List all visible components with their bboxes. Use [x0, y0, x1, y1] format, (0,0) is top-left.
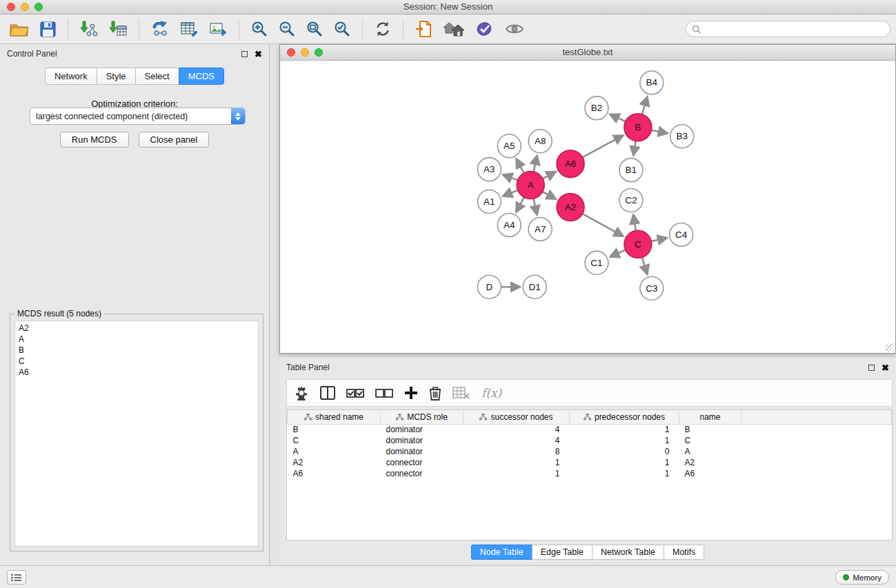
table-row[interactable]: A6connector11A6	[288, 468, 892, 479]
column-header-name[interactable]: name	[679, 410, 741, 424]
table-cell[interactable]: A	[288, 446, 381, 457]
close-panel-icon[interactable]: ✖	[255, 50, 262, 59]
table-cell[interactable]: 8	[464, 446, 570, 457]
hide-show-button[interactable]	[440, 19, 468, 39]
table-cell[interactable]	[741, 446, 892, 457]
tab-mcds[interactable]: MCDS	[179, 68, 224, 85]
table-row[interactable]: Cdominator41C	[288, 435, 892, 446]
edge-B-B1[interactable]	[633, 141, 635, 155]
toolbar-search[interactable]	[686, 21, 890, 37]
edge-C-C2[interactable]	[633, 215, 635, 230]
table-cell[interactable]	[741, 457, 892, 468]
node-C2[interactable]: C2	[619, 189, 643, 212]
node-B2[interactable]: B2	[585, 97, 608, 120]
close-panel-button[interactable]: Close panel	[139, 132, 210, 148]
edge-A-A1[interactable]	[504, 190, 518, 196]
tab-network[interactable]: Network	[45, 68, 97, 85]
refresh-button[interactable]	[372, 19, 394, 39]
node-D[interactable]: D	[477, 275, 501, 298]
save-session-button[interactable]	[37, 20, 59, 39]
table-cell[interactable]: 1	[570, 435, 679, 446]
node-A[interactable]: A	[517, 172, 544, 199]
node-D1[interactable]: D1	[523, 275, 546, 298]
zoom-fit-button[interactable]	[303, 19, 326, 39]
node-B[interactable]: B	[624, 114, 652, 141]
table-cell[interactable]	[741, 468, 892, 479]
add-column-button[interactable]	[404, 386, 418, 400]
table-cell[interactable]: 0	[570, 446, 679, 457]
select-all-rows-button[interactable]	[346, 387, 364, 399]
table-settings-button[interactable]	[294, 385, 309, 401]
node-C[interactable]: C	[624, 230, 652, 258]
edge-A-A3[interactable]	[504, 175, 518, 181]
edge-A-A2[interactable]	[543, 192, 556, 199]
validate-button[interactable]	[473, 19, 497, 39]
node-A7[interactable]: A7	[528, 217, 552, 241]
table-cell[interactable]: 1	[464, 468, 570, 479]
node-B4[interactable]: B4	[640, 71, 664, 94]
network-window-titlebar[interactable]: testGlobe.txt	[280, 45, 895, 61]
first-neighbors-button[interactable]	[412, 19, 435, 39]
edge-C-C3[interactable]	[642, 257, 647, 274]
node-A2[interactable]: A2	[557, 194, 584, 221]
run-mcds-button[interactable]: Run MCDS	[60, 132, 129, 148]
table-cell[interactable]: B	[679, 424, 741, 435]
import-network-file-button[interactable]	[77, 19, 101, 39]
table-cell[interactable]: A	[679, 446, 741, 457]
table-row[interactable]: A2connector11A2	[288, 457, 892, 468]
mcds-result-item[interactable]: B	[15, 345, 258, 356]
tab-edge-table[interactable]: Edge Table	[532, 545, 592, 560]
zoom-selected-button[interactable]	[331, 19, 353, 39]
node-B3[interactable]: B3	[670, 125, 694, 148]
column-header-successor-nodes[interactable]: successor nodes	[464, 410, 570, 424]
node-A5[interactable]: A5	[497, 134, 521, 158]
node-A1[interactable]: A1	[477, 190, 501, 214]
edge-B-B3[interactable]	[651, 130, 667, 134]
node-C1[interactable]: C1	[585, 251, 608, 274]
table-cell[interactable]: C	[679, 435, 741, 446]
deselect-all-rows-button[interactable]	[375, 387, 393, 399]
criterion-dropdown[interactable]: largest connected component (directed)	[30, 108, 246, 125]
tab-motifs[interactable]: Motifs	[664, 545, 704, 560]
table-cell[interactable]: connector	[381, 457, 464, 468]
new-network-button[interactable]	[148, 19, 172, 39]
table-cell[interactable]: A6	[679, 468, 741, 479]
column-header-mcds-role[interactable]: MCDS role	[381, 410, 464, 424]
column-header-predecessor-nodes[interactable]: predecessor nodes	[570, 410, 679, 424]
delete-table-button[interactable]	[452, 386, 470, 400]
node-A3[interactable]: A3	[477, 158, 501, 181]
edge-A-A6[interactable]	[543, 172, 555, 179]
task-history-button[interactable]	[7, 570, 26, 585]
node-A4[interactable]: A4	[497, 213, 521, 236]
network-canvas[interactable]: AA6A2BCA5A8A3A1A4A7B2B4B3B1C2C4C1C3DD1	[280, 61, 895, 353]
edge-A-A7[interactable]	[533, 199, 537, 214]
new-table-button[interactable]	[177, 19, 201, 39]
function-builder-button[interactable]: f(x)	[481, 386, 501, 400]
import-table-file-button[interactable]	[106, 19, 130, 39]
table-cell[interactable]: C	[288, 435, 381, 446]
node-C3[interactable]: C3	[640, 276, 664, 300]
mcds-result-list[interactable]: A2ABCA6	[14, 321, 259, 547]
open-session-button[interactable]	[7, 20, 32, 39]
tab-style[interactable]: Style	[97, 68, 135, 85]
table-cell[interactable]: A2	[679, 457, 741, 468]
delete-column-button[interactable]	[429, 386, 441, 401]
edge-B-B4[interactable]	[642, 97, 648, 114]
tab-node-table[interactable]: Node Table	[471, 545, 532, 560]
float-panel-icon[interactable]	[241, 51, 248, 57]
close-table-panel-icon[interactable]: ✖	[882, 363, 889, 372]
edge-A-A4[interactable]	[517, 197, 524, 212]
show-column-panel-button[interactable]	[320, 386, 335, 400]
table-cell[interactable]: 1	[570, 424, 679, 435]
edge-A2-C[interactable]	[583, 214, 623, 236]
table-row[interactable]: Adominator80A	[288, 446, 892, 457]
edge-C-C4[interactable]	[651, 238, 666, 241]
table-cell[interactable]: A6	[288, 468, 381, 479]
table-row[interactable]: Bdominator41B	[288, 424, 892, 435]
table-cell[interactable]: B	[288, 424, 381, 435]
column-header-shared-name[interactable]: shared name	[288, 410, 381, 424]
node-A8[interactable]: A8	[528, 130, 552, 153]
tab-network-table[interactable]: Network Table	[592, 545, 664, 560]
table-cell[interactable]: 4	[464, 424, 570, 435]
table-cell[interactable]: 1	[464, 457, 570, 468]
